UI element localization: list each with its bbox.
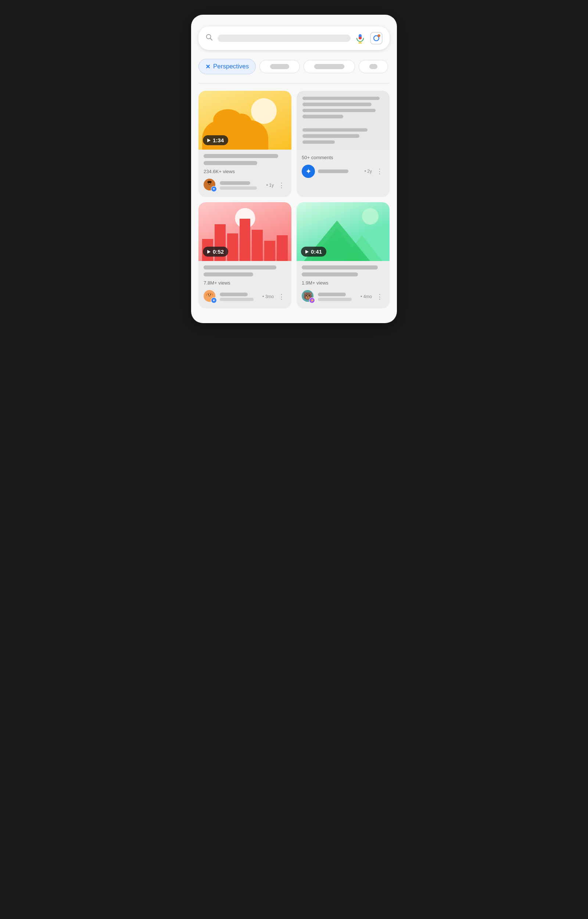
- svg-point-19: [210, 294, 211, 295]
- card-3-duration: 0:52: [213, 249, 224, 255]
- card-3-views: 7.8M+ views: [204, 280, 286, 286]
- star-icon: ✦: [305, 167, 312, 176]
- card-1-title-line1: [204, 154, 278, 158]
- card-1-footer: ♥ • 1y ⋮: [204, 179, 286, 192]
- card-1-title-line2: [204, 161, 257, 165]
- card-2-body: 50+ comments ✦ • 2y ⋮: [297, 150, 389, 183]
- card-3-title-line1: [204, 265, 276, 270]
- chip-bar-3: [314, 64, 344, 69]
- card-2-more-button[interactable]: ⋮: [375, 166, 384, 177]
- search-icon: [205, 33, 213, 44]
- svg-rect-3: [359, 37, 362, 39]
- building-7: [277, 235, 288, 261]
- building-4: [240, 219, 250, 261]
- card-1-duration: 1:34: [213, 137, 224, 143]
- play-icon: [207, 139, 211, 142]
- card-3-more-button[interactable]: ⋮: [277, 291, 286, 302]
- text-line-7: [302, 141, 335, 144]
- card-3-title-line2: [204, 272, 253, 276]
- card-1-time: • 1y: [267, 183, 274, 188]
- card-1-sub-bar: [220, 186, 257, 190]
- chip-bar-2: [270, 64, 289, 69]
- card-3-thumb: 0:52: [199, 202, 291, 261]
- card-2-thumb: [297, 91, 389, 150]
- card-3-duration-badge: 0:52: [203, 247, 228, 257]
- play-icon-4: [305, 250, 309, 254]
- lens-icon[interactable]: [370, 32, 383, 45]
- cloud-shape: [202, 120, 268, 150]
- card-1-name-area: [220, 181, 263, 190]
- card-2-avatar: ✦: [302, 165, 315, 178]
- card-4-footer: 🐻 ⚡ • 4mo ⋮: [302, 290, 384, 303]
- card-3-time: • 3mo: [262, 294, 274, 299]
- building-5: [252, 230, 263, 261]
- filter-row: ✕ Perspectives: [199, 59, 389, 74]
- card-2-name-bar: [318, 170, 348, 173]
- svg-point-18: [208, 294, 209, 295]
- card-1-views: 234.6K+ views: [204, 169, 286, 174]
- sun-circle: [251, 98, 277, 124]
- card-2-name-area: [318, 170, 362, 173]
- card-4-body: 1.9M+ views 🐻 ⚡ • 4mo ⋮: [297, 261, 389, 308]
- card-4-time: • 4mo: [360, 294, 372, 299]
- card-4-thumb: 0:41: [297, 202, 389, 261]
- search-bar[interactable]: [199, 26, 389, 50]
- card-4-duration-badge: 0:41: [301, 247, 326, 257]
- cards-grid: 1:34 234.6K+ views: [199, 91, 389, 308]
- mic-icon[interactable]: [355, 33, 365, 44]
- filter-chip-3[interactable]: [304, 60, 355, 73]
- card-4-title-line2: [302, 272, 358, 276]
- card-4-badge: ⚡: [309, 297, 315, 303]
- phone-container: ✕ Perspectives: [191, 15, 397, 323]
- card-4-views: 1.9M+ views: [302, 280, 384, 286]
- play-icon-3: [207, 250, 211, 254]
- card-4-avatar-wrap: 🐻 ⚡: [302, 290, 315, 303]
- card-4-title-line1: [302, 265, 378, 270]
- card-1-duration-badge: 1:34: [203, 135, 228, 145]
- svg-rect-6: [370, 32, 382, 44]
- svg-rect-16: [207, 181, 212, 183]
- card-2-time: • 2y: [365, 169, 372, 174]
- card-1-body: 234.6K+ views: [199, 150, 291, 197]
- text-line-5: [302, 128, 367, 132]
- svg-point-10: [378, 35, 379, 36]
- text-line-6: [302, 134, 359, 137]
- card-3-avatar-wrap: ♥: [204, 290, 217, 303]
- text-line-2: [302, 103, 372, 106]
- card-2[interactable]: 50+ comments ✦ • 2y ⋮: [297, 91, 389, 197]
- search-input[interactable]: [218, 35, 351, 42]
- card-3-name-bar: [220, 292, 248, 296]
- card-3[interactable]: 0:52 7.8M+ views: [199, 202, 291, 308]
- card-4-sub-bar: [318, 298, 352, 301]
- card-4[interactable]: 0:41 1.9M+ views 🐻 ⚡: [297, 202, 389, 308]
- card-1[interactable]: 1:34 234.6K+ views: [199, 91, 291, 197]
- perspectives-chip[interactable]: ✕ Perspectives: [199, 59, 256, 74]
- close-icon[interactable]: ✕: [205, 63, 210, 70]
- card-4-more-button[interactable]: ⋮: [375, 291, 384, 302]
- card-4-name-area: [318, 292, 358, 301]
- card-3-sub-bar: [220, 298, 254, 301]
- card-3-footer: ♥ • 3mo ⋮: [204, 290, 286, 303]
- filter-chip-2[interactable]: [260, 60, 300, 73]
- building-6: [264, 241, 275, 261]
- text-line-4: [302, 115, 343, 118]
- text-line-3: [302, 109, 376, 112]
- svg-line-1: [210, 38, 212, 40]
- card-2-comments: 50+ comments: [302, 155, 384, 160]
- text-line-1: [302, 97, 380, 100]
- card-3-name-area: [220, 292, 260, 301]
- building-3: [227, 233, 238, 261]
- card-1-badge: ♥: [211, 186, 217, 192]
- card-1-thumb: 1:34: [199, 91, 291, 150]
- divider: [199, 83, 389, 84]
- card-1-more-button[interactable]: ⋮: [277, 180, 286, 191]
- card-1-avatar-wrap: ♥: [204, 179, 217, 192]
- card-1-name-bar: [220, 181, 250, 185]
- card-3-badge: ♥: [211, 297, 217, 303]
- filter-chip-4[interactable]: [359, 60, 388, 73]
- card-2-footer: ✦ • 2y ⋮: [302, 165, 384, 178]
- card-3-body: 7.8M+ views: [199, 261, 291, 308]
- chip-bar-4: [369, 64, 377, 69]
- card-4-name-bar: [318, 292, 346, 296]
- perspectives-label: Perspectives: [213, 63, 249, 70]
